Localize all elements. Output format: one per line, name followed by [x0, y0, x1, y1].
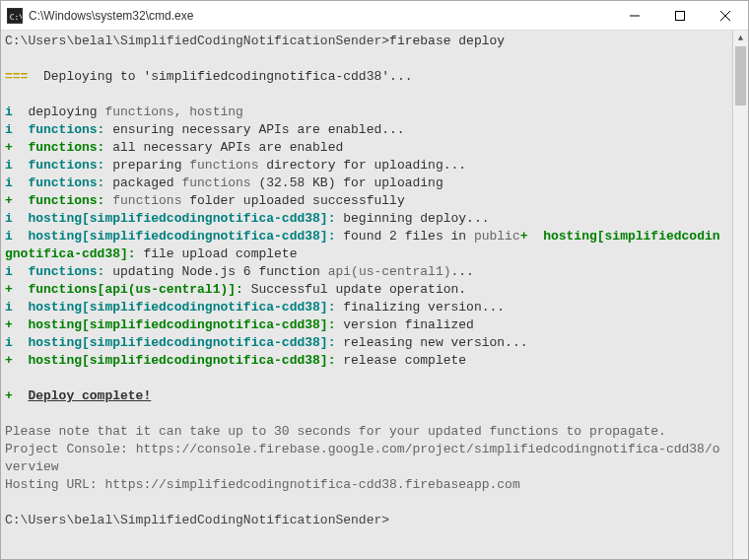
log-text: folder uploaded successfully — [181, 193, 404, 208]
log-tag: hosting[simplifiedcodingnotifica-cdd38]: — [28, 335, 335, 350]
hu-url: https://simplifiedcodingnotifica-cdd38.f… — [104, 477, 519, 492]
log-line: i hosting[simplifiedcodingnotifica-cdd38… — [5, 210, 726, 228]
log-text: release complete — [335, 353, 466, 368]
deploy-header: === Deploying to 'simplifiedcodingnotifi… — [5, 68, 726, 86]
log-text: packaged — [104, 175, 181, 190]
log-line: i deploying functions, hosting — [5, 104, 726, 121]
log-line: i functions: ensuring necessary APIs are… — [5, 121, 726, 139]
blank-line — [5, 494, 726, 512]
log-tag: hosting[simplifiedcodingnotifica-cdd38]: — [28, 229, 335, 244]
log-tag: functions[api(us-central1)]: — [28, 282, 242, 297]
log-tag: hosting[simplifiedcodingnotifica-cdd38]: — [28, 211, 335, 226]
log-text: version finalized — [335, 317, 473, 332]
success-icon: + — [520, 229, 543, 244]
window-controls — [612, 1, 748, 30]
info-icon: i — [5, 264, 28, 279]
log-text: directory for uploading... — [258, 158, 466, 173]
svg-rect-3 — [676, 11, 685, 20]
cmd-icon: C:\ — [7, 8, 23, 24]
blank-line — [5, 50, 726, 68]
log-text: deploying — [28, 105, 104, 119]
log-text: all necessary APIs are enabled — [104, 140, 343, 155]
log-text: Successful update operation. — [243, 282, 466, 297]
log-text: preparing — [104, 158, 189, 173]
log-tag: functions: — [28, 140, 104, 155]
window-title: C:\Windows\system32\cmd.exe — [29, 9, 612, 23]
project-console-line: Project Console: https://console.firebas… — [5, 441, 726, 476]
log-line: + functions[api(us-central1)]: Successfu… — [5, 281, 726, 299]
console-area[interactable]: C:\Users\belal\SimplifiedCodingNotificat… — [1, 31, 748, 559]
scroll-up-icon[interactable]: ▲ — [733, 31, 748, 46]
success-icon: + — [5, 388, 28, 403]
log-dim: functions, hosting — [104, 105, 242, 119]
log-text: releasing new version... — [335, 335, 527, 350]
minimize-button[interactable] — [612, 1, 657, 30]
blank-line — [5, 86, 726, 104]
prompt-path: C:\Users\belal\SimplifiedCodingNotificat… — [5, 34, 389, 48]
info-icon: i — [5, 300, 28, 315]
maximize-button[interactable] — [657, 1, 703, 30]
log-text: finalizing version... — [335, 300, 505, 315]
log-text: beginning deploy... — [335, 211, 489, 226]
success-icon: + — [5, 353, 28, 368]
log-tag: hosting[simplifiedcodingnotifica-cdd38]: — [28, 300, 335, 315]
success-icon: + — [5, 193, 28, 208]
log-tag: functions: — [28, 158, 104, 173]
log-tag: hosting[simplifiedcodingnotifica-cdd38]: — [28, 317, 335, 332]
log-line: + hosting[simplifiedcodingnotifica-cdd38… — [5, 316, 726, 334]
close-button[interactable] — [703, 1, 748, 30]
prompt-line: C:\Users\belal\SimplifiedCodingNotificat… — [5, 512, 726, 529]
info-icon: i — [5, 158, 28, 173]
prompt-line: C:\Users\belal\SimplifiedCodingNotificat… — [5, 33, 726, 50]
log-line: i functions: preparing functions directo… — [5, 157, 726, 175]
blank-line — [5, 405, 726, 423]
deploy-complete-text: Deploy complete! — [28, 388, 151, 403]
log-line: + hosting[simplifiedcodingnotifica-cdd38… — [5, 352, 726, 370]
log-dim: api(us-central1) — [328, 264, 451, 279]
log-dim: functions — [181, 175, 250, 190]
log-text: updating Node.js 6 function — [104, 264, 327, 279]
log-tag: hosting[simplifiedcodingnotifica-cdd38]: — [28, 353, 335, 368]
log-dim: functions — [189, 158, 258, 173]
hu-label: Hosting URL: — [5, 477, 104, 492]
log-text: (32.58 KB) for uploading — [251, 175, 443, 190]
window-titlebar: C:\ C:\Windows\system32\cmd.exe — [1, 1, 748, 31]
log-tag: functions: — [28, 193, 104, 208]
log-text: file upload complete — [136, 246, 298, 261]
log-line: i functions: updating Node.js 6 function… — [5, 263, 726, 281]
scrollbar-thumb[interactable] — [735, 46, 746, 105]
log-line: + functions: all necessary APIs are enab… — [5, 139, 726, 157]
console-content: C:\Users\belal\SimplifiedCodingNotificat… — [5, 33, 744, 529]
pc-label: Project Console: — [5, 442, 136, 456]
info-icon: i — [5, 335, 28, 350]
log-text: found 2 files in — [335, 229, 473, 244]
log-dim: public — [474, 229, 520, 244]
info-icon: i — [5, 229, 28, 244]
log-line: i hosting[simplifiedcodingnotifica-cdd38… — [5, 334, 726, 352]
log-line: i functions: packaged functions (32.58 K… — [5, 175, 726, 192]
info-icon: i — [5, 175, 28, 190]
blank-line — [5, 370, 726, 387]
svg-text:C:\: C:\ — [10, 12, 22, 21]
log-line: i hosting[simplifiedcodingnotifica-cdd38… — [5, 299, 726, 316]
log-text: ... — [451, 264, 474, 279]
log-text: ensuring necessary APIs are enabled... — [104, 122, 404, 137]
vertical-scrollbar[interactable]: ▲ — [732, 31, 748, 559]
deploy-complete: + Deploy complete! — [5, 387, 726, 405]
log-tag: functions: — [28, 264, 104, 279]
info-icon: i — [5, 211, 28, 226]
deploy-message: Deploying to 'simplifiedcodingnotifica-c… — [35, 69, 412, 84]
deploy-prefix: === — [5, 69, 35, 84]
info-icon: i — [5, 105, 28, 119]
command-text: firebase deploy — [389, 34, 505, 48]
hosting-url-line: Hosting URL: https://simplifiedcodingnot… — [5, 476, 726, 494]
success-icon: + — [5, 140, 28, 155]
info-icon: i — [5, 122, 28, 137]
log-line: + functions: functions folder uploaded s… — [5, 192, 726, 210]
log-tag: functions: — [28, 175, 104, 190]
success-icon: + — [5, 317, 28, 332]
note-line: Please note that it can take up to 30 se… — [5, 423, 726, 441]
log-dim: functions — [112, 193, 181, 208]
log-line: i hosting[simplifiedcodingnotifica-cdd38… — [5, 228, 726, 263]
success-icon: + — [5, 282, 28, 297]
